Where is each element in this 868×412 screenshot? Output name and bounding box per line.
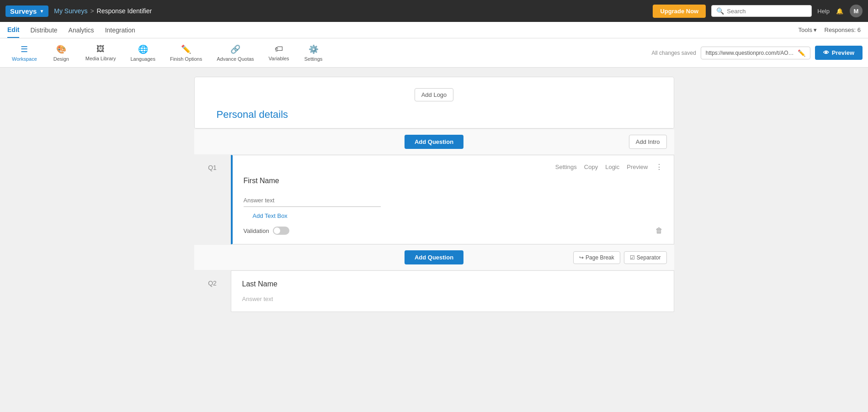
avatar[interactable]: M <box>850 5 863 17</box>
question-copy-button[interactable]: Copy <box>584 163 598 171</box>
survey-header-section: Add Logo Personal details <box>195 77 674 128</box>
breadcrumb-current: Response Identifier <box>97 7 152 15</box>
search-box: 🔍 <box>711 5 812 17</box>
survey-title: Personal details <box>209 109 659 121</box>
toolbar-advance-quotas[interactable]: 🔗 Advance Quotas <box>210 42 260 64</box>
tools-responses: Tools ▾ Responses: 6 <box>799 26 861 33</box>
question-logic-button[interactable]: Logic <box>605 163 619 171</box>
variables-icon: 🏷 <box>275 44 283 54</box>
question-number-1: Q1 <box>194 155 231 180</box>
advance-quotas-label: Advance Quotas <box>217 56 254 62</box>
main-content: Add Logo Personal details Add Question A… <box>0 68 868 321</box>
toolbar-design[interactable]: 🎨 Design <box>45 42 77 64</box>
delete-question-icon[interactable]: 🗑 <box>655 227 663 235</box>
design-icon: 🎨 <box>56 44 66 54</box>
question-number-2: Q2 <box>194 270 231 296</box>
search-icon: 🔍 <box>716 7 724 15</box>
logo-dropdown-arrow: ▼ <box>39 9 44 14</box>
question-row-2: Q2 Last Name Answer text <box>194 270 674 312</box>
add-question-button-1[interactable]: Add Question <box>405 135 463 149</box>
question-settings-button[interactable]: Settings <box>555 163 577 171</box>
breadcrumb-separator: > <box>90 7 94 15</box>
design-label: Design <box>53 56 69 62</box>
validation-label: Validation <box>244 227 289 235</box>
preview-eye-icon: 👁 <box>823 49 829 56</box>
responses-count: Responses: 6 <box>825 26 861 33</box>
variables-label: Variables <box>269 56 289 61</box>
more-options-icon[interactable]: ⋮ <box>655 163 663 171</box>
top-bar-actions: Help 🔔 M <box>817 5 863 17</box>
survey-container: Add Logo Personal details Add Question A… <box>194 77 674 312</box>
nav-distribute[interactable]: Distribute <box>30 23 57 37</box>
notifications-icon[interactable]: 🔔 <box>836 8 843 15</box>
add-intro-button[interactable]: Add Intro <box>629 135 667 149</box>
advance-quotas-icon: 🔗 <box>230 44 240 54</box>
answer-input-area-1 <box>244 194 663 207</box>
workspace-icon: ☰ <box>21 44 28 54</box>
separator-icon: ☑ <box>630 254 635 261</box>
breadcrumb-surveys[interactable]: My Surveys <box>54 7 87 15</box>
settings-icon: ⚙️ <box>309 44 319 54</box>
add-logo-button[interactable]: Add Logo <box>415 88 454 101</box>
validation-row: Validation 🗑 <box>244 227 663 235</box>
answer-text-input-1[interactable] <box>244 194 381 207</box>
toolbar-settings[interactable]: ⚙️ Settings <box>298 42 330 64</box>
toolbar-right: All changes saved https://www.questionpr… <box>651 46 863 60</box>
breadcrumb: My Surveys > Response Identifier <box>54 7 152 15</box>
secondary-nav: Edit Distribute Analytics Integration To… <box>0 22 868 38</box>
logo-label: Surveys <box>10 7 37 15</box>
finish-options-icon: ✏️ <box>181 44 191 54</box>
toolbar-finish-options[interactable]: ✏️ Finish Options <box>164 42 208 64</box>
toolbar-media-library[interactable]: 🖼 Media Library <box>79 42 122 64</box>
question-card-1: Settings Copy Logic Preview ⋮ First Name… <box>231 155 674 244</box>
add-pagebreak-btns: ↪ Page Break ☑ Separator <box>573 251 666 264</box>
search-input[interactable] <box>727 8 807 15</box>
page-break-icon: ↪ <box>579 254 584 261</box>
media-library-icon: 🖼 <box>96 44 105 54</box>
languages-icon: 🌐 <box>138 44 148 54</box>
nav-integration[interactable]: Integration <box>105 23 135 37</box>
toolbar-variables[interactable]: 🏷 Variables <box>262 42 296 64</box>
languages-label: Languages <box>130 56 155 62</box>
question-actions-1: Settings Copy Logic Preview ⋮ <box>244 163 663 171</box>
upgrade-button[interactable]: Upgrade Now <box>653 5 706 18</box>
add-text-box-button[interactable]: Add Text Box <box>253 212 288 219</box>
survey-url: https://www.questionpro.com/t/AO9oXZ <box>706 50 795 56</box>
logo-button[interactable]: Surveys ▼ <box>5 5 48 17</box>
answer-placeholder-2: Answer text <box>242 296 663 302</box>
add-question-bar-2: Add Question ↪ Page Break ☑ Separator <box>194 244 674 270</box>
toolbar: ☰ Workspace 🎨 Design 🖼 Media Library 🌐 L… <box>0 38 868 68</box>
finish-options-label: Finish Options <box>170 56 202 62</box>
top-bar: Surveys ▼ My Surveys > Response Identifi… <box>0 0 868 22</box>
validation-text: Validation <box>244 227 269 234</box>
nav-analytics[interactable]: Analytics <box>69 23 94 37</box>
add-question-bar-1: Add Question Add Intro <box>194 129 674 155</box>
survey-title-card: Add Logo Personal details <box>194 77 674 129</box>
page-break-button[interactable]: ↪ Page Break <box>573 251 620 264</box>
all-changes-saved: All changes saved <box>651 50 696 56</box>
nav-edit[interactable]: Edit <box>7 22 19 38</box>
url-box: https://www.questionpro.com/t/AO9oXZ ✏️ <box>701 47 810 59</box>
question-text-1: First Name <box>244 177 663 185</box>
toolbar-languages[interactable]: 🌐 Languages <box>124 42 161 64</box>
question-card-2: Last Name Answer text <box>231 270 674 312</box>
help-label[interactable]: Help <box>817 8 830 15</box>
separator-button[interactable]: ☑ Separator <box>624 251 667 264</box>
media-library-label: Media Library <box>85 56 116 61</box>
preview-button[interactable]: 👁 Preview <box>815 46 863 60</box>
question-row-1: Q1 Settings Copy Logic Preview ⋮ First N… <box>194 155 674 244</box>
validation-toggle[interactable] <box>273 227 289 235</box>
question-text-2: Last Name <box>242 280 663 288</box>
settings-label: Settings <box>304 56 323 62</box>
edit-url-icon[interactable]: ✏️ <box>798 49 805 57</box>
toolbar-workspace[interactable]: ☰ Workspace <box>5 42 43 64</box>
workspace-label: Workspace <box>12 56 37 62</box>
tools-dropdown[interactable]: Tools ▾ <box>799 26 817 33</box>
question-preview-button[interactable]: Preview <box>627 163 648 171</box>
add-question-button-2[interactable]: Add Question <box>405 250 463 264</box>
